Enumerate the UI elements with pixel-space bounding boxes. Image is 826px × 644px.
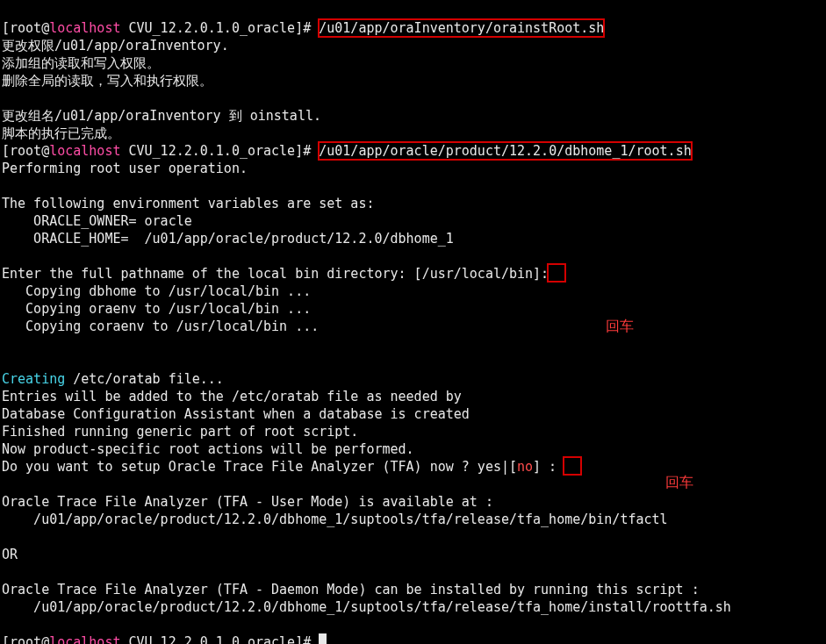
hostname: localhost bbox=[49, 20, 120, 36]
output-line: 更改组名/u01/app/oraInventory 到 oinstall. bbox=[2, 108, 321, 124]
output-line: Creating /etc/oratab file... bbox=[2, 371, 224, 387]
output-line: Entries will be added to the /etc/oratab… bbox=[2, 389, 462, 404]
hostname: localhost bbox=[49, 634, 120, 644]
terminal-output[interactable]: [root@localhost CVU_12.2.0.1.0_oracle]# … bbox=[0, 0, 826, 644]
annotation-enter-2: 回车 bbox=[665, 474, 693, 491]
output-line: Database Configuration Assistant when a … bbox=[2, 406, 470, 422]
creating-keyword: Creating bbox=[2, 371, 65, 387]
default-no: no bbox=[517, 459, 533, 475]
prompt-line-3[interactable]: [root@localhost CVU_12.2.0.1.0_oracle]# bbox=[2, 634, 327, 644]
output-line: The following environment variables are … bbox=[2, 196, 374, 211]
output-line: Now product-specific root actions will b… bbox=[2, 441, 414, 457]
output-line: Oracle Trace File Analyzer (TFA - User M… bbox=[2, 494, 493, 510]
output-line: 脚本的执行已完成。 bbox=[2, 125, 120, 141]
hostname: localhost bbox=[49, 143, 120, 159]
output-line: 添加组的读取和写入权限。 bbox=[2, 55, 160, 71]
output-line: ORACLE_HOME= /u01/app/oracle/product/12.… bbox=[2, 231, 454, 247]
output-line: Performing root user operation. bbox=[2, 161, 248, 176]
output-line: Copying dbhome to /usr/local/bin ... bbox=[2, 283, 311, 299]
cursor bbox=[319, 633, 327, 644]
output-line: 更改权限/u01/app/oraInventory. bbox=[2, 38, 229, 54]
output-line: Copying oraenv to /usr/local/bin ... bbox=[2, 301, 311, 317]
annotation-enter-1: 回车 bbox=[606, 318, 634, 335]
input-prompt-bin-dir: Enter the full pathname of the local bin… bbox=[2, 266, 564, 282]
output-line: ORACLE_OWNER= oracle bbox=[2, 213, 192, 229]
output-line: Copying coraenv to /usr/local/bin ... bbox=[2, 318, 319, 334]
output-line: /u01/app/oracle/product/12.2.0/dbhome_1/… bbox=[2, 512, 668, 527]
output-line: OR bbox=[2, 547, 18, 562]
output-line: /u01/app/oracle/product/12.2.0/dbhome_1/… bbox=[2, 599, 731, 615]
cmd-orainstroot: /u01/app/oraInventory/orainstRoot.sh bbox=[319, 19, 604, 37]
output-line: Finished running generic part of root sc… bbox=[2, 424, 358, 440]
input-box-2[interactable] bbox=[564, 458, 580, 474]
input-prompt-tfa: Do you want to setup Oracle Trace File A… bbox=[2, 459, 580, 475]
input-box-1[interactable] bbox=[549, 265, 564, 281]
output-line: Oracle Trace File Analyzer (TFA - Daemon… bbox=[2, 582, 700, 597]
prompt-line-2: [root@localhost CVU_12.2.0.1.0_oracle]# … bbox=[2, 143, 692, 159]
cmd-rootsh: /u01/app/oracle/product/12.2.0/dbhome_1/… bbox=[319, 142, 691, 160]
prompt-line-1: [root@localhost CVU_12.2.0.1.0_oracle]# … bbox=[2, 20, 604, 36]
output-line: 删除全局的读取，写入和执行权限。 bbox=[2, 73, 212, 89]
